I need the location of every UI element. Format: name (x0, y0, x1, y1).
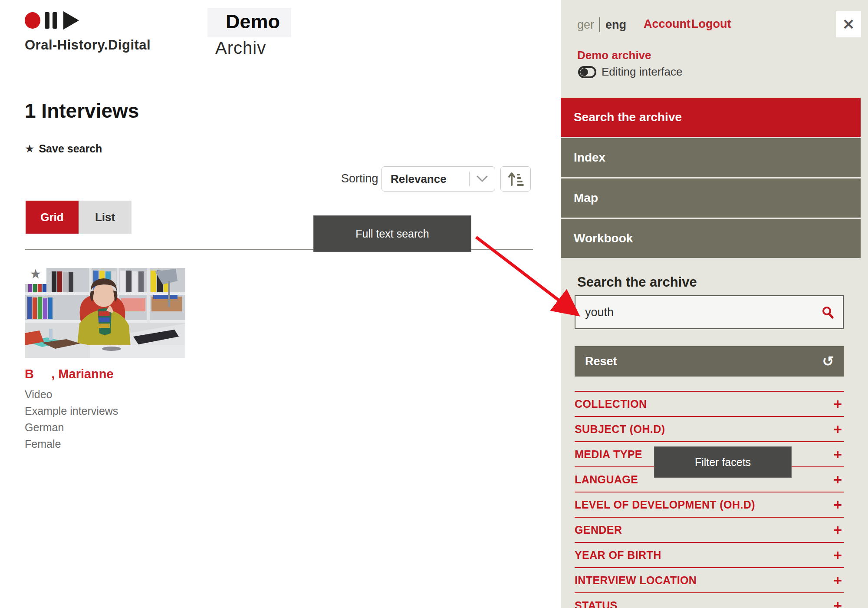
lang-ger-link[interactable]: ger (577, 18, 594, 32)
facet-label: MEDIA TYPE (575, 448, 642, 461)
site-logo[interactable]: Oral-History.Digital (25, 10, 151, 53)
facet-label: LEVEL OF DEVELOPMENT (OH.D) (575, 499, 755, 511)
reset-undo-icon: ↺ (812, 353, 844, 370)
facet-label: YEAR OF BIRTH (575, 549, 661, 562)
facet-collection[interactable]: COLLECTION + (575, 391, 844, 416)
archive-name: Demo archive (577, 49, 651, 62)
facet-list: COLLECTION + SUBJECT (OH.D) + MEDIA TYPE… (575, 391, 844, 608)
reset-search-button[interactable]: Reset ↺ (575, 346, 844, 377)
expand-plus-icon[interactable]: + (833, 522, 844, 537)
account-link[interactable]: Account (644, 17, 690, 31)
chevron-down-icon (470, 175, 495, 182)
star-icon: ★ (30, 266, 42, 281)
archive-badge: Demo (207, 8, 291, 37)
search-submit-button[interactable] (812, 306, 843, 319)
fulltext-search-tooltip: Full text search (313, 215, 471, 252)
expand-plus-icon[interactable]: + (833, 397, 844, 411)
facet-label: SUBJECT (OH.D) (575, 423, 665, 436)
search-section-heading: Search the archive (577, 274, 697, 290)
expand-plus-icon[interactable]: + (833, 598, 844, 608)
expand-plus-icon[interactable]: + (833, 472, 844, 487)
interview-media-type: Video (25, 386, 118, 403)
nav-item-search-archive[interactable]: Search the archive (561, 98, 861, 137)
facet-interview-location[interactable]: INTERVIEW LOCATION + (575, 567, 844, 592)
facet-year-of-birth[interactable]: YEAR OF BIRTH + (575, 542, 844, 567)
star-icon: ★ (25, 142, 34, 155)
lang-separator (599, 17, 600, 32)
save-search-label: Save search (39, 142, 102, 155)
interview-gender: Female (25, 436, 118, 452)
archive-sidebar: ger eng Account Logout ✕ Demo archive Ed… (561, 0, 868, 608)
language-switcher: ger eng (577, 17, 626, 32)
expand-plus-icon[interactable]: + (833, 447, 844, 462)
search-input[interactable] (575, 306, 812, 319)
nav-item-index[interactable]: Index (561, 138, 861, 177)
facet-label: INTERVIEW LOCATION (575, 574, 697, 587)
list-view-button[interactable]: List (79, 201, 132, 234)
expand-plus-icon[interactable]: + (833, 573, 844, 588)
sorting-dropdown[interactable]: Relevance (381, 166, 495, 192)
facet-label: LANGUAGE (575, 473, 638, 486)
main-content: Oral-History.Digital Demo Archiv 1 Inter… (0, 0, 561, 608)
nav-item-workbook[interactable]: Workbook (561, 219, 861, 258)
facet-subject[interactable]: SUBJECT (OH.D) + (575, 416, 844, 441)
editing-interface-label: Editing interface (602, 65, 682, 79)
bookmark-star-button[interactable]: ★ (25, 264, 46, 284)
grid-view-button[interactable]: Grid (26, 201, 79, 234)
expand-plus-icon[interactable]: + (833, 548, 844, 562)
sort-direction-button[interactable] (500, 166, 531, 192)
oral-history-digital-page: Oral-History.Digital Demo Archiv 1 Inter… (0, 0, 868, 608)
search-icon (821, 306, 834, 319)
interview-thumbnail[interactable] (25, 268, 185, 358)
editing-interface-toggle[interactable]: Editing interface (578, 65, 682, 79)
interview-metadata: Video Example interviews German Female (25, 386, 118, 452)
close-icon: ✕ (842, 16, 855, 33)
results-count-heading: 1 Interviews (25, 99, 139, 122)
play-icon (63, 11, 79, 30)
archive-subtitle: Archiv (215, 38, 291, 58)
record-icon (25, 12, 40, 29)
facet-label: GENDER (575, 524, 622, 536)
interviewee-name-link[interactable]: B , Marianne (25, 367, 114, 381)
logo-title: Oral-History.Digital (25, 37, 151, 53)
lang-eng-link[interactable]: eng (605, 18, 626, 32)
interview-collection: Example interviews (25, 403, 118, 419)
facet-label: STATUS (575, 599, 618, 608)
sort-amount-icon (507, 171, 524, 187)
sorting-selected-value: Relevance (382, 172, 469, 186)
pause-icon (45, 12, 57, 29)
expand-plus-icon[interactable]: + (833, 422, 844, 436)
toggle-icon (578, 66, 596, 78)
filter-facets-tooltip: Filter facets (654, 446, 792, 478)
facet-level-of-development[interactable]: LEVEL OF DEVELOPMENT (OH.D) + (575, 492, 844, 517)
view-toggle: Grid List (26, 201, 132, 234)
archive-search-box (575, 295, 844, 329)
expand-plus-icon[interactable]: + (833, 497, 844, 512)
reset-label: Reset (575, 355, 812, 368)
sidebar-nav: Search the archive Index Map Workbook (561, 98, 861, 259)
logout-link[interactable]: Logout (691, 17, 731, 31)
facet-label: COLLECTION (575, 398, 647, 410)
save-search-button[interactable]: ★ Save search (25, 142, 102, 155)
interview-language: German (25, 419, 118, 436)
logo-media-icons (25, 10, 151, 31)
facet-status[interactable]: STATUS + (575, 592, 844, 608)
archive-logo[interactable]: Demo Archiv (207, 8, 291, 58)
nav-item-map[interactable]: Map (561, 178, 861, 218)
sorting-label: Sorting (341, 172, 378, 185)
close-sidebar-button[interactable]: ✕ (836, 11, 861, 37)
facet-gender[interactable]: GENDER + (575, 517, 844, 542)
